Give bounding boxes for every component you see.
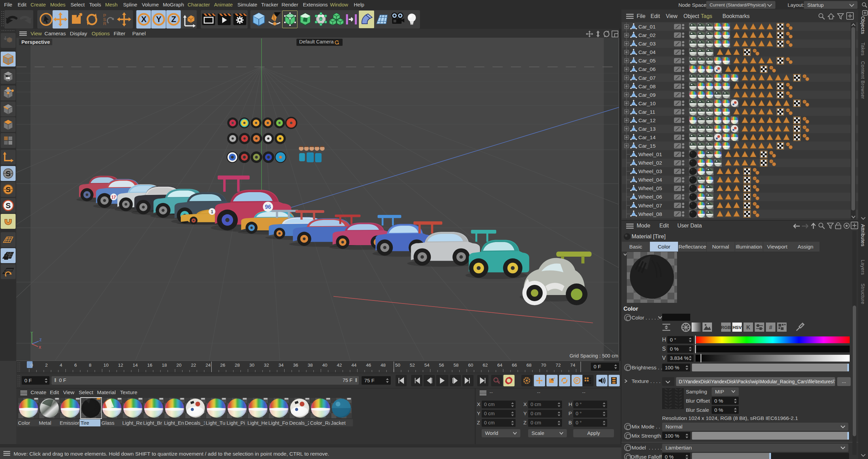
svg-text:26: 26 <box>220 363 225 368</box>
svg-text:96: 96 <box>265 204 271 210</box>
svg-text:6: 6 <box>74 363 77 368</box>
svg-text:Z: Z <box>171 15 176 24</box>
svg-text:P: P <box>576 378 579 383</box>
svg-text:Light_Re: Light_Re <box>122 420 143 426</box>
svg-text:Car_15: Car_15 <box>638 143 656 149</box>
svg-text:10: 10 <box>103 363 109 368</box>
svg-text:Tire: Tire <box>81 420 89 426</box>
svg-text:46: 46 <box>366 363 371 368</box>
svg-text:Car_05: Car_05 <box>638 58 656 63</box>
svg-text:72: 72 <box>556 363 561 368</box>
svg-text:8: 8 <box>89 363 92 368</box>
svg-text:34: 34 <box>278 363 284 368</box>
svg-text:Z: Z <box>39 338 42 342</box>
svg-text:Car_07: Car_07 <box>638 75 656 81</box>
svg-text:16: 16 <box>147 363 152 368</box>
svg-text:Car_14: Car_14 <box>638 134 656 140</box>
svg-text:0: 0 <box>31 363 33 368</box>
svg-text:Car_06: Car_06 <box>638 66 656 72</box>
svg-text:64: 64 <box>497 363 503 368</box>
svg-text:X: X <box>39 345 41 349</box>
svg-text:Color_Ra: Color_Ra <box>310 420 332 426</box>
svg-text:Light_Pi: Light_Pi <box>227 420 245 426</box>
svg-text:32: 32 <box>264 363 269 368</box>
svg-text:4: 4 <box>60 363 62 368</box>
svg-text:Decals_2: Decals_2 <box>289 420 311 426</box>
svg-text:S: S <box>6 185 11 194</box>
svg-text:#: # <box>769 324 772 331</box>
svg-text:Wheel_06: Wheel_06 <box>638 194 662 200</box>
svg-text:14: 14 <box>133 363 138 368</box>
svg-text:Glass: Glass <box>101 420 114 426</box>
svg-text:62: 62 <box>483 363 488 368</box>
svg-text:36: 36 <box>293 363 298 368</box>
svg-text:Wheel_07: Wheel_07 <box>638 203 662 208</box>
svg-text:Car_13: Car_13 <box>638 126 656 132</box>
svg-text:12: 12 <box>118 363 123 368</box>
svg-text:HSV: HSV <box>733 325 742 330</box>
svg-text:2: 2 <box>45 363 48 368</box>
svg-text:30: 30 <box>249 363 254 368</box>
svg-text:Jacket: Jacket <box>331 420 346 426</box>
svg-text:S: S <box>6 201 11 210</box>
svg-text:Color: Color <box>18 420 30 426</box>
svg-text:Wheel_03: Wheel_03 <box>638 168 662 174</box>
svg-text:70: 70 <box>541 363 546 368</box>
svg-text:Car_11: Car_11 <box>638 109 655 115</box>
svg-text:50: 50 <box>395 363 400 368</box>
svg-text:X: X <box>141 15 147 24</box>
svg-text:Light_He: Light_He <box>248 420 268 426</box>
svg-text:56: 56 <box>439 363 444 368</box>
svg-text:Light_Br: Light_Br <box>143 420 162 426</box>
svg-text:Car_09: Car_09 <box>638 92 656 98</box>
svg-text:17: 17 <box>111 195 116 200</box>
svg-text:K: K <box>746 325 750 330</box>
svg-text:Car_08: Car_08 <box>638 84 656 89</box>
svg-text:Car_02: Car_02 <box>638 32 656 38</box>
svg-text:R: R <box>103 21 107 26</box>
svg-text:60: 60 <box>468 363 473 368</box>
svg-text:22: 22 <box>191 363 196 368</box>
svg-text:Car_03: Car_03 <box>638 41 656 47</box>
svg-text:S: S <box>6 169 11 178</box>
svg-text:48: 48 <box>381 363 386 368</box>
svg-text:38: 38 <box>308 363 313 368</box>
svg-text:58: 58 <box>454 363 459 368</box>
svg-text:Decals_1: Decals_1 <box>185 420 206 426</box>
svg-text:RGB: RGB <box>721 325 731 330</box>
svg-text:Wheel_08: Wheel_08 <box>638 211 662 217</box>
svg-text:Car_12: Car_12 <box>638 117 656 123</box>
svg-text:1: 1 <box>211 209 213 214</box>
svg-text:Metal: Metal <box>39 420 52 426</box>
svg-text:54: 54 <box>424 363 430 368</box>
svg-text:44: 44 <box>351 363 357 368</box>
svg-text:28: 28 <box>235 363 240 368</box>
svg-text:Light_Fo: Light_Fo <box>268 420 288 426</box>
svg-text:20: 20 <box>176 363 181 368</box>
svg-text:40: 40 <box>322 363 327 368</box>
svg-text:52: 52 <box>410 363 415 368</box>
svg-text:Wheel_05: Wheel_05 <box>638 185 662 191</box>
svg-text:Y: Y <box>156 15 161 24</box>
svg-text:Wheel_04: Wheel_04 <box>638 177 662 183</box>
svg-text:68: 68 <box>526 363 532 368</box>
svg-text:24: 24 <box>206 363 211 368</box>
svg-text:42: 42 <box>337 363 342 368</box>
svg-text:18: 18 <box>162 363 167 368</box>
svg-text:Wheel_01: Wheel_01 <box>638 151 662 157</box>
svg-text:66: 66 <box>512 363 517 368</box>
svg-text:Car_10: Car_10 <box>638 100 656 106</box>
svg-text:Y: Y <box>31 331 33 335</box>
svg-text:Light_En: Light_En <box>164 420 184 426</box>
svg-text:Wheel_02: Wheel_02 <box>638 160 662 166</box>
svg-text:Emissior: Emissior <box>60 420 79 426</box>
svg-text:Light_Tu: Light_Tu <box>206 420 226 426</box>
svg-text:Car_01: Car_01 <box>638 24 656 30</box>
svg-text:74: 74 <box>570 363 576 368</box>
svg-text:Car_04: Car_04 <box>638 49 656 55</box>
